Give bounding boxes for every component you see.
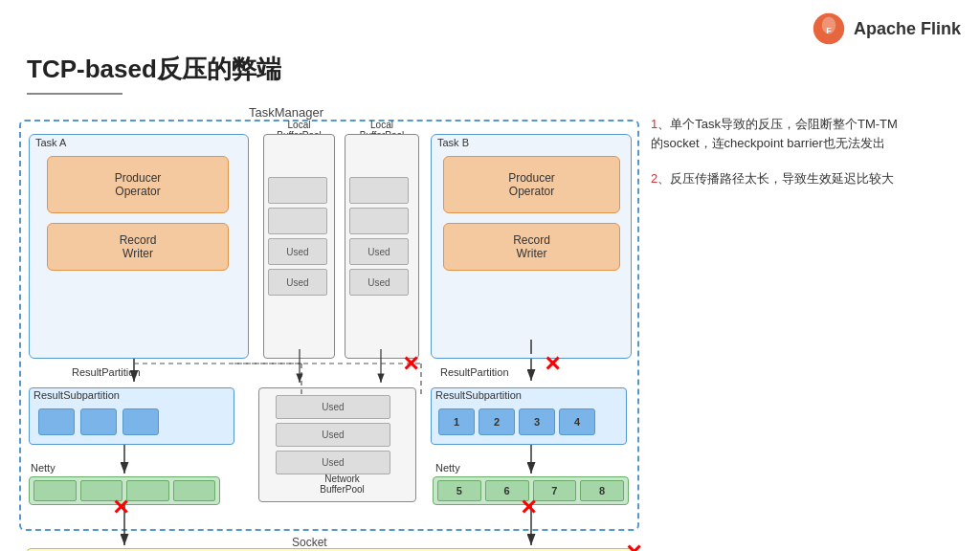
producer-operator-b: ProducerOperator bbox=[443, 156, 620, 213]
nbp-cell-1: Used bbox=[276, 395, 390, 419]
netty-b-cell-8: 8 bbox=[580, 480, 624, 501]
lbp-b-cell-1 bbox=[349, 177, 409, 204]
producer-operator-b-label: ProducerOperator bbox=[508, 171, 555, 198]
netty-a-label: Netty bbox=[31, 462, 56, 474]
notes-panel: 1、单个Task导致的反压，会阻断整个TM-TM的socket，连checkpo… bbox=[651, 115, 967, 206]
task-b-box: Task B ProducerOperator RecordWriter bbox=[431, 134, 632, 359]
red-x-netty-a: ✕ bbox=[112, 497, 129, 518]
lbp-a-cell-used-1: Used bbox=[268, 238, 327, 265]
task-a-box: Task A ProducerOperator RecordWriter bbox=[29, 134, 249, 359]
result-partition-a-label: ResultPartition bbox=[72, 366, 141, 378]
netty-a-cell-3 bbox=[126, 480, 169, 501]
sub-cell-a-2 bbox=[80, 408, 117, 435]
red-x-netty-b: ✕ bbox=[520, 497, 537, 518]
title-divider bbox=[27, 93, 122, 95]
sub-cell-b-4: 4 bbox=[559, 408, 595, 435]
red-x-result-partition-b: ✕ bbox=[544, 354, 561, 375]
sub-cells-a bbox=[38, 408, 159, 435]
lbp-b-cells: Used Used bbox=[349, 177, 409, 299]
flink-logo-icon: F bbox=[812, 11, 846, 46]
lbp-b-cell-used-1: Used bbox=[349, 238, 409, 265]
header-title: Apache Flink bbox=[854, 19, 961, 39]
sub-cell-a-3 bbox=[122, 408, 159, 435]
nbp-cell-2: Used bbox=[276, 423, 390, 447]
netty-b-label: Netty bbox=[435, 462, 460, 474]
result-partition-b-label: ResultPartition bbox=[440, 366, 509, 378]
taskmanager-label: TaskManager bbox=[249, 105, 323, 120]
nbp-cells: Used Used Used bbox=[276, 395, 390, 478]
lbp-b-cell-used-2: Used bbox=[349, 269, 409, 296]
lbp-a-cell-2 bbox=[268, 208, 327, 234]
note-1: 1、单个Task导致的反压，会阻断整个TM-TM的socket，连checkpo… bbox=[651, 115, 967, 152]
producer-operator-a-label: ProducerOperator bbox=[115, 171, 162, 198]
sub-cells-b: 1 2 3 4 bbox=[438, 408, 595, 435]
socket-label: Socket bbox=[292, 536, 327, 549]
nbp-cell-3: Used bbox=[276, 451, 390, 474]
netty-a-cell-1 bbox=[33, 480, 77, 501]
record-writer-a: RecordWriter bbox=[47, 223, 229, 271]
record-writer-b: RecordWriter bbox=[443, 223, 620, 271]
sub-cell-b-1: 1 bbox=[438, 408, 475, 435]
result-subpartition-a-label: ResultSubpartition bbox=[33, 389, 120, 401]
red-x-socket-end: ✕ bbox=[625, 542, 642, 551]
lbp-a-cell-used-2: Used bbox=[268, 269, 327, 296]
diagram-container: TaskManager Task A ProducerOperator Reco… bbox=[19, 100, 641, 531]
lbp-b-cell-2 bbox=[349, 208, 409, 234]
netty-b-cell-7: 7 bbox=[533, 480, 577, 501]
lbp-a-cell-1 bbox=[268, 177, 327, 204]
task-b-label: Task B bbox=[437, 137, 469, 148]
red-x-result-partition-center: ✕ bbox=[402, 354, 419, 375]
lbp-a-cells: Used Used bbox=[268, 177, 327, 299]
netty-a-cell-4 bbox=[173, 480, 216, 501]
task-a-label: Task A bbox=[35, 137, 66, 148]
producer-operator-a: ProducerOperator bbox=[47, 156, 229, 213]
record-writer-a-label: RecordWriter bbox=[120, 233, 157, 260]
page-title: TCP-based反压的弊端 bbox=[27, 53, 281, 86]
sub-cell-a-1 bbox=[38, 408, 75, 435]
sub-cell-b-3: 3 bbox=[519, 408, 555, 435]
result-subpartition-b-label: ResultSubpartition bbox=[435, 389, 522, 401]
netty-b-cell-5: 5 bbox=[437, 480, 481, 501]
record-writer-b-label: RecordWriter bbox=[513, 233, 550, 260]
header: F Apache Flink bbox=[812, 11, 961, 46]
svg-text:F: F bbox=[826, 26, 832, 35]
note-1-text: 、单个Task导致的反压，会阻断整个TM-TM的socket，连checkpoi… bbox=[651, 117, 898, 150]
note-2: 2、反压传播路径太长，导致生效延迟比较大 bbox=[651, 169, 967, 188]
note-2-text: 、反压传播路径太长，导致生效延迟比较大 bbox=[657, 171, 894, 186]
sub-cell-b-2: 2 bbox=[479, 408, 515, 435]
